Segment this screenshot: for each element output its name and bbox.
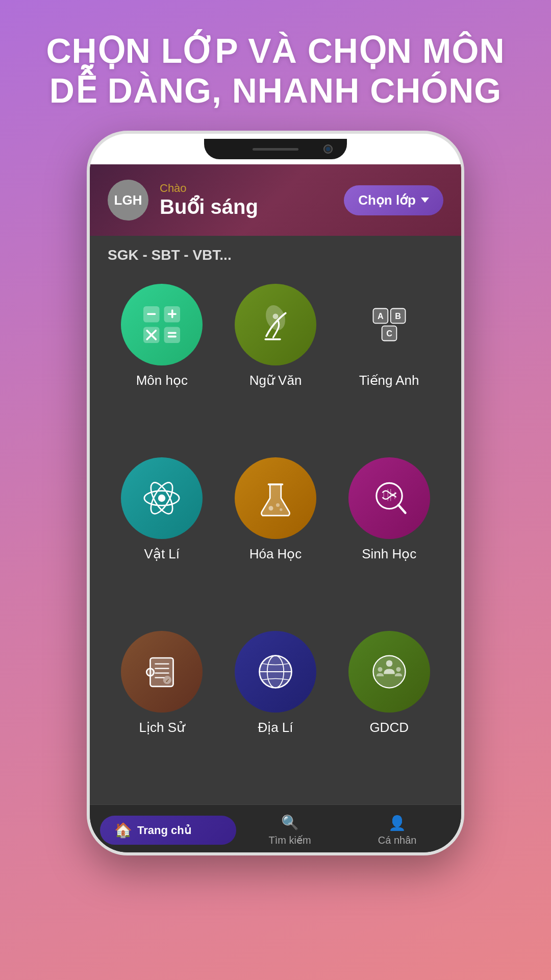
subject-icon-dia-li [235, 631, 316, 713]
subject-icon-tieng-anh: A B C [348, 284, 430, 365]
subject-icon-hoa-hoc [235, 457, 316, 539]
svg-point-35 [147, 669, 154, 676]
nav-label-ca-nhan: Cá nhân [378, 835, 417, 846]
svg-rect-3 [164, 327, 181, 344]
subject-item-vat-li[interactable]: Vật Lí [108, 452, 216, 621]
subject-icon-sinh-hoc [348, 457, 430, 539]
subject-icon-gdcd [348, 631, 430, 713]
notch-area [90, 134, 461, 164]
greeting-chao: Chào [160, 182, 258, 195]
subject-icon-vat-li [121, 457, 203, 539]
greeting-block: Chào Buổi sáng [160, 182, 258, 218]
svg-rect-9 [168, 332, 177, 334]
phone-screen: LGH Chào Buổi sáng Chọn lớp SGK - SBT - … [90, 164, 461, 855]
subject-item-ngu-van[interactable]: Ngữ Văn [221, 279, 330, 447]
notch [204, 139, 347, 159]
subject-icon-ngu-van [235, 284, 316, 365]
svg-point-27 [280, 508, 282, 511]
subject-label-hoa-hoc: Hóa Học [249, 546, 302, 562]
subject-item-dia-li[interactable]: Địa Lí [221, 626, 330, 794]
svg-point-46 [386, 660, 392, 667]
svg-point-20 [158, 495, 165, 502]
hero-title: CHỌN LỚP VÀ CHỌN MÔN DỄ DÀNG, NHANH CHÓN… [0, 0, 551, 131]
subject-label-dia-li: Địa Lí [258, 720, 293, 736]
avatar: LGH [108, 180, 148, 220]
subject-grid: Môn học Ngữ Văn [90, 268, 461, 804]
svg-point-26 [276, 503, 280, 507]
bottom-nav: 🏠 Trang chủ 🔍 Tìm kiếm 👤 Cá nhân [90, 804, 461, 855]
svg-text:A: A [378, 312, 384, 321]
svg-point-12 [273, 314, 279, 320]
subject-item-sinh-hoc[interactable]: Sinh Học [335, 452, 443, 621]
svg-line-29 [398, 505, 406, 513]
person-icon: 👤 [388, 815, 406, 831]
svg-point-25 [268, 506, 273, 511]
svg-point-48 [396, 667, 400, 672]
nav-item-trang-chu[interactable]: 🏠 Trang chủ [100, 816, 236, 845]
svg-point-47 [378, 667, 382, 672]
subject-label-ngu-van: Ngữ Văn [249, 373, 302, 388]
phone-frame: LGH Chào Buổi sáng Chọn lớp SGK - SBT - … [87, 131, 464, 855]
svg-text:B: B [395, 312, 401, 321]
section-label: SGK - SBT - VBT... [90, 236, 461, 268]
subject-icon-lich-su: ✓ [121, 631, 203, 713]
subject-item-hoa-hoc[interactable]: Hóa Học [221, 452, 330, 621]
chon-lop-button[interactable]: Chọn lớp [344, 185, 443, 215]
header-left: LGH Chào Buổi sáng [108, 180, 258, 220]
svg-rect-10 [168, 336, 177, 338]
svg-text:C: C [386, 329, 392, 338]
chon-lop-label: Chọn lớp [358, 192, 416, 208]
nav-item-tim-kiem[interactable]: 🔍 Tìm kiếm [236, 814, 344, 846]
camera-icon [323, 144, 333, 154]
svg-text:✓: ✓ [165, 678, 169, 683]
subject-item-gdcd[interactable]: GDCD [335, 626, 443, 794]
subject-label-mon-hoc: Môn học [136, 373, 188, 388]
notch-bar [253, 148, 298, 151]
subject-icon-mon-hoc [121, 284, 203, 365]
subject-item-lich-su[interactable]: ✓ Lịch Sử [108, 626, 216, 794]
svg-rect-4 [147, 313, 156, 315]
nav-label-tim-kiem: Tìm kiếm [268, 834, 311, 846]
subject-label-lich-su: Lịch Sử [139, 720, 185, 736]
subject-label-sinh-hoc: Sinh Học [362, 546, 416, 562]
subject-label-tieng-anh: Tiếng Anh [359, 373, 419, 388]
subject-item-tieng-anh[interactable]: A B C Tiếng Anh [335, 279, 443, 447]
chevron-down-icon [421, 198, 429, 203]
subject-label-gdcd: GDCD [369, 720, 409, 736]
home-icon: 🏠 [114, 822, 132, 839]
app-header: LGH Chào Buổi sáng Chọn lớp [90, 164, 461, 236]
nav-item-ca-nhan[interactable]: 👤 Cá nhân [343, 815, 451, 846]
subject-item-mon-hoc[interactable]: Môn học [108, 279, 216, 447]
nav-label-trang-chu: Trang chủ [137, 824, 191, 837]
search-icon: 🔍 [281, 814, 299, 831]
greeting-time: Buổi sáng [160, 195, 258, 218]
phone-mockup: LGH Chào Buổi sáng Chọn lớp SGK - SBT - … [87, 131, 464, 980]
svg-rect-6 [171, 310, 173, 318]
subject-label-vat-li: Vật Lí [144, 546, 180, 562]
